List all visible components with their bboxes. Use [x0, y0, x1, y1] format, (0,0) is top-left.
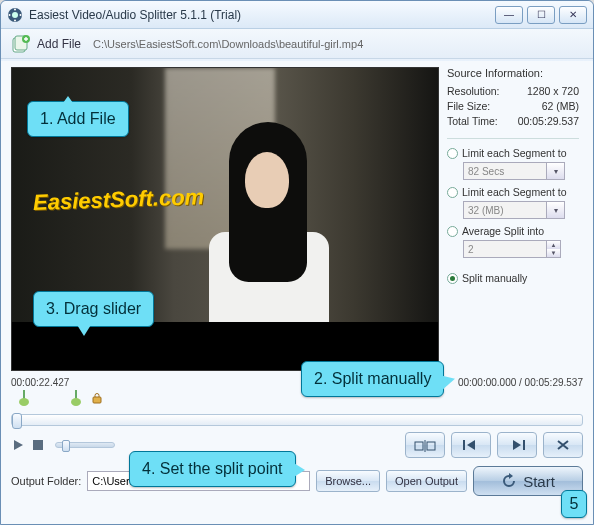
app-icon	[7, 7, 23, 23]
lock-icon[interactable]	[91, 392, 103, 404]
resolution-label: Resolution:	[447, 85, 500, 97]
stop-icon	[33, 440, 43, 450]
maximize-button[interactable]: ☐	[527, 6, 555, 24]
set-split-point-button[interactable]	[405, 432, 445, 458]
spinner-icon[interactable]: ▲▼	[547, 240, 561, 258]
svg-rect-9	[93, 397, 101, 403]
toolbar: Add File C:\Users\EasiestSoft.com\Downlo…	[1, 29, 593, 59]
play-icon	[12, 439, 24, 451]
radio-icon	[447, 187, 458, 198]
play-button[interactable]	[11, 438, 25, 452]
loaded-file-path: C:\Users\EasiestSoft.com\Downloads\beaut…	[93, 38, 363, 50]
add-file-icon	[11, 34, 31, 54]
segment-time-input[interactable]	[463, 162, 547, 180]
sidebar: Source Information: Resolution:1280 x 72…	[447, 67, 579, 371]
totaltime-label: Total Time:	[447, 115, 498, 127]
totaltime-value: 00:05:29.537	[518, 115, 579, 127]
callout-split-manually: 2. Split manually	[301, 361, 444, 397]
split-marker-track[interactable]	[11, 390, 583, 408]
opt-limit-size[interactable]: Limit each Segment to	[447, 186, 579, 198]
close-button[interactable]: ✕	[559, 6, 587, 24]
set-split-point-icon	[414, 438, 436, 452]
prev-split-button[interactable]	[451, 432, 491, 458]
callout-start: 5	[561, 490, 587, 518]
volume-slider[interactable]	[55, 442, 115, 448]
seek-slider[interactable]	[11, 414, 583, 426]
prev-split-icon	[461, 438, 481, 452]
svg-point-4	[9, 14, 11, 16]
filesize-value: 62 (MB)	[542, 100, 579, 112]
range-start-marker[interactable]	[19, 390, 29, 404]
svg-rect-12	[427, 442, 435, 450]
open-output-button[interactable]: Open Output	[386, 470, 467, 492]
browse-button[interactable]: Browse...	[316, 470, 380, 492]
opt-split-manually[interactable]: Split manually	[447, 272, 579, 284]
next-split-button[interactable]	[497, 432, 537, 458]
output-folder-label: Output Folder:	[11, 475, 81, 487]
segment-size-input[interactable]	[463, 201, 547, 219]
split-marker[interactable]	[71, 390, 81, 404]
svg-point-2	[14, 8, 16, 10]
titlebar[interactable]: Easiest Video/Audio Splitter 5.1.1 (Tria…	[1, 1, 593, 29]
average-split-input[interactable]	[463, 240, 547, 258]
opt-average-split[interactable]: Average Split into	[447, 225, 579, 237]
callout-set-split-point: 4. Set the split point	[129, 451, 296, 487]
svg-rect-11	[415, 442, 423, 450]
callout-add-file: 1. Add File	[27, 101, 129, 137]
chevron-down-icon[interactable]: ▾	[547, 201, 565, 219]
refresh-icon	[501, 473, 517, 489]
radio-selected-icon	[447, 273, 458, 284]
current-time: 00:00:22.427	[11, 377, 69, 388]
app-window: Easiest Video/Audio Splitter 5.1.1 (Tria…	[0, 0, 594, 525]
delete-split-button[interactable]	[543, 432, 583, 458]
minimize-button[interactable]: —	[495, 6, 523, 24]
chevron-down-icon[interactable]: ▾	[547, 162, 565, 180]
resolution-value: 1280 x 720	[527, 85, 579, 97]
radio-icon	[447, 148, 458, 159]
seek-thumb[interactable]	[12, 413, 22, 429]
window-title: Easiest Video/Audio Splitter 5.1.1 (Tria…	[29, 8, 495, 22]
filesize-label: File Size:	[447, 100, 490, 112]
source-info-header: Source Information:	[447, 67, 579, 79]
svg-rect-10	[33, 440, 43, 450]
add-file-button[interactable]: Add File	[37, 37, 81, 51]
time-range: 00:00:00.000 / 00:05:29.537	[458, 377, 583, 388]
svg-point-5	[20, 14, 22, 16]
stop-button[interactable]	[31, 438, 45, 452]
svg-point-3	[14, 19, 16, 21]
radio-icon	[447, 226, 458, 237]
svg-point-1	[12, 12, 18, 18]
cut-icon	[555, 438, 571, 452]
next-split-icon	[507, 438, 527, 452]
opt-limit-time[interactable]: Limit each Segment to	[447, 147, 579, 159]
callout-drag-slider: 3. Drag slider	[33, 291, 154, 327]
volume-thumb[interactable]	[62, 440, 70, 452]
